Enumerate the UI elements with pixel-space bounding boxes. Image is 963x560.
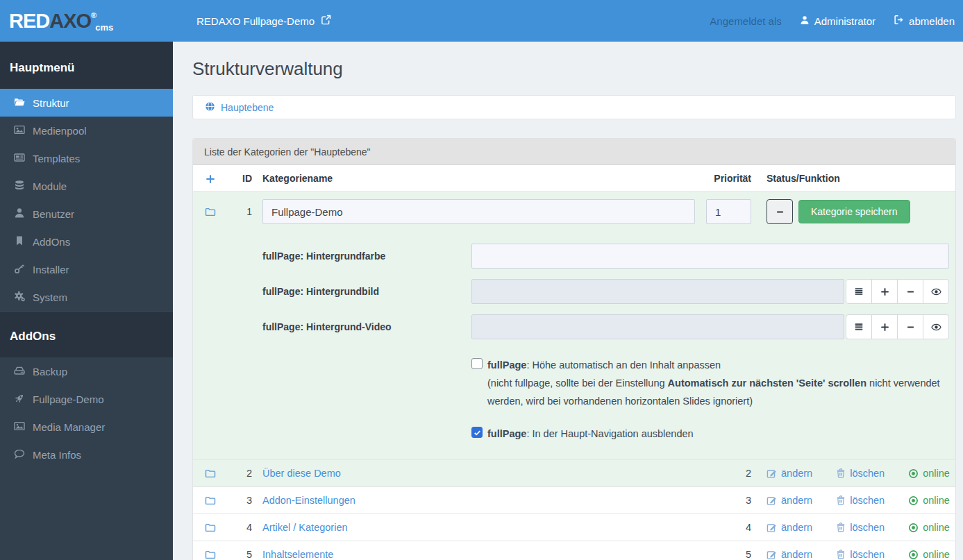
media-preview-eye-button[interactable] xyxy=(923,279,949,304)
logo-axo: AXO xyxy=(49,10,91,32)
newspaper-icon xyxy=(14,152,33,165)
collapse-meta-button[interactable] xyxy=(767,199,793,224)
delete-category-link[interactable]: löschen xyxy=(836,495,885,506)
bookmark-icon xyxy=(14,235,33,248)
logo-red: RED xyxy=(9,10,49,32)
delete-category-link[interactable]: löschen xyxy=(836,522,885,533)
folder-icon[interactable] xyxy=(205,549,216,560)
category-id: 2 xyxy=(228,468,252,479)
delete-label: löschen xyxy=(850,549,885,560)
status-online-link[interactable]: online xyxy=(908,468,950,479)
status-online-link[interactable]: online xyxy=(908,522,950,533)
category-id: 4 xyxy=(228,522,252,533)
category-id: 3 xyxy=(228,495,252,506)
edit-category-link[interactable]: ändern xyxy=(767,549,812,560)
sidebar-item-fullpage-demo[interactable]: Fullpage-Demo xyxy=(0,385,173,413)
sidebar-item-addons[interactable]: AddOns xyxy=(0,228,173,255)
category-name-link[interactable]: Addon-Einstellungen xyxy=(262,495,355,506)
category-name-link[interactable]: Artikel / Kategorien xyxy=(262,522,348,533)
category-name-input[interactable] xyxy=(262,199,695,224)
table-header-row: ID Kategoriename Priorität Status/Funkti… xyxy=(193,165,955,192)
category-row: 3 Addon-Einstellungen 3 ändern löschen o… xyxy=(193,486,955,514)
sidebar-item-backup[interactable]: Backup xyxy=(0,357,173,385)
top-header: REDAXO®cms REDAXO Fullpage-Demo Angemeld… xyxy=(0,0,963,42)
sidebar-item-system[interactable]: System xyxy=(0,283,173,311)
category-name-link[interactable]: Inhaltselemente xyxy=(262,549,333,560)
folder-icon[interactable] xyxy=(205,468,216,479)
comment-icon xyxy=(14,448,33,461)
sidebar-item-meta-infos[interactable]: Meta Infos xyxy=(0,441,173,468)
sidebar-item-label: Struktur xyxy=(33,97,69,109)
delete-category-link[interactable]: löschen xyxy=(836,468,885,479)
save-category-button[interactable]: Kategorie speichern xyxy=(798,200,910,223)
folder-icon[interactable] xyxy=(205,522,216,533)
category-id: 5 xyxy=(228,549,252,560)
status-online-link[interactable]: online xyxy=(908,495,950,506)
database-icon xyxy=(14,180,33,193)
label-rest-part: : In der Haupt-Navigation ausblenden xyxy=(526,428,693,439)
main-menu-title: Hauptmenü xyxy=(0,42,173,89)
delete-category-link[interactable]: löschen xyxy=(836,549,885,560)
sidebar-item-label: Module xyxy=(33,180,67,192)
folder-icon[interactable] xyxy=(205,206,216,217)
add-category-button[interactable] xyxy=(206,173,215,184)
breadcrumb-root-link[interactable]: Hauptebene xyxy=(205,101,274,114)
media-remove-button[interactable] xyxy=(897,279,923,304)
site-frontend-link[interactable]: REDAXO Fullpage-Demo xyxy=(196,15,331,27)
sidebar-item-label: Media Manager xyxy=(33,421,105,433)
auto-height-checkbox[interactable] xyxy=(471,358,483,369)
sign-out-icon xyxy=(894,15,904,27)
user-name: Administrator xyxy=(814,15,876,27)
note-bold: Automatisch zur nächsten 'Seite' scrolle… xyxy=(668,377,867,389)
sidebar-item-installer[interactable]: Installer xyxy=(0,255,173,283)
edit-label: ändern xyxy=(781,468,812,479)
sidebar-item-label: Templates xyxy=(33,153,80,164)
label-bold-part: fullPage xyxy=(487,428,526,439)
category-priority: 5 xyxy=(706,549,751,560)
media-list-button[interactable] xyxy=(846,279,872,304)
sidebar-item-medienpool[interactable]: Medienpool xyxy=(0,117,173,144)
edit-category-link[interactable]: ändern xyxy=(767,495,812,506)
meta-field-row: fullPage: Hintergrundbild xyxy=(262,279,949,304)
media-preview-eye-button[interactable] xyxy=(923,314,949,339)
sidebar-item-module[interactable]: Module xyxy=(0,172,173,200)
sidebar-item-media-manager[interactable]: Media Manager xyxy=(0,413,173,441)
note-pre: (nicht fullpage, sollte bei der Einstell… xyxy=(487,377,668,389)
key-icon xyxy=(14,263,33,276)
category-priority-input[interactable] xyxy=(706,199,751,224)
media-list-button[interactable] xyxy=(846,314,872,339)
sidebar-item-label: Meta Infos xyxy=(33,449,81,461)
meta-field-row: fullPage: Hintergrundfarbe xyxy=(262,244,949,269)
user-profile-link[interactable]: Administrator xyxy=(800,15,876,27)
category-edit-zone: 1 Kategorie speichern fullPage: Hintergr… xyxy=(193,192,955,459)
online-label: online xyxy=(923,522,950,533)
sidebar-item-templates[interactable]: Templates xyxy=(0,144,173,172)
media-add-button[interactable] xyxy=(871,279,898,304)
folder-icon[interactable] xyxy=(205,495,216,506)
logo-cms: cms xyxy=(95,22,113,33)
field-label-hintergrund-video: fullPage: Hintergrund-Video xyxy=(262,321,471,332)
hide-nav-checkbox[interactable] xyxy=(471,427,483,438)
sidebar-item-label: Backup xyxy=(33,366,67,377)
sidebar-item-label: Installer xyxy=(33,264,69,275)
media-remove-button[interactable] xyxy=(897,314,923,339)
edit-category-link[interactable]: ändern xyxy=(767,522,812,533)
edit-category-link[interactable]: ändern xyxy=(767,468,812,479)
meta-field-row: fullPage: Hintergrund-Video xyxy=(262,314,949,339)
logout-link[interactable]: abmelden xyxy=(894,15,955,27)
column-priority: Priorität xyxy=(706,173,751,184)
page-title: Strukturverwaltung xyxy=(192,58,956,80)
media-add-button[interactable] xyxy=(871,314,898,339)
image-icon xyxy=(14,421,33,434)
hintergrundfarbe-input[interactable] xyxy=(471,244,949,269)
status-online-link[interactable]: online xyxy=(908,549,950,560)
breadcrumb-root-label: Hauptebene xyxy=(221,102,274,113)
media-widget-buttons xyxy=(846,279,949,304)
folder-open-icon xyxy=(14,96,33,110)
sidebar-item-benutzer[interactable]: Benutzer xyxy=(0,200,173,228)
external-link-icon xyxy=(321,15,331,27)
sidebar-item-struktur[interactable]: Struktur xyxy=(0,89,173,117)
category-name-link[interactable]: Über diese Demo xyxy=(262,468,341,479)
category-priority: 3 xyxy=(706,495,751,506)
image-icon xyxy=(14,124,33,137)
